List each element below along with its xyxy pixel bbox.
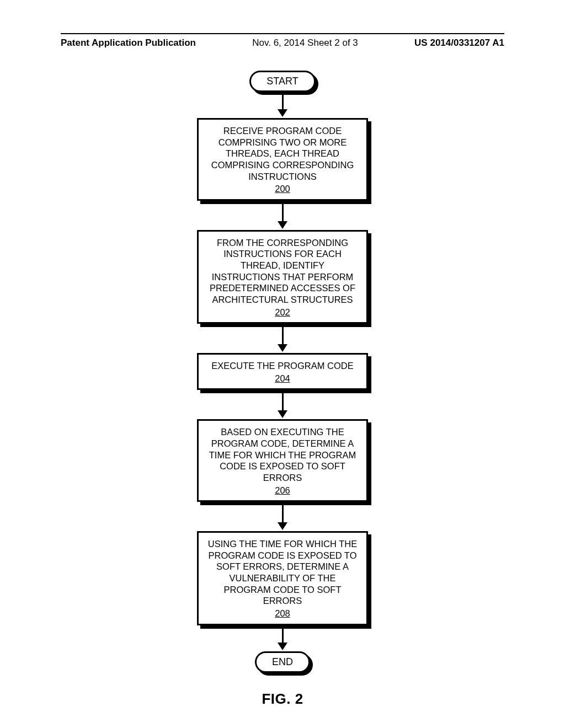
arrow-icon bbox=[278, 503, 287, 530]
header-row: Patent Application Publication Nov. 6, 2… bbox=[61, 38, 504, 49]
arrow-stem bbox=[282, 93, 284, 110]
arrow-head-icon bbox=[278, 522, 287, 530]
arrow-head-icon bbox=[278, 221, 287, 229]
arrow-icon bbox=[278, 391, 287, 418]
step-text: USING THE TIME FOR WHICH THE PROGRAM COD… bbox=[208, 539, 357, 606]
start-terminal: START bbox=[249, 71, 315, 92]
arrow-icon bbox=[278, 627, 287, 650]
step-ref: 206 bbox=[206, 485, 359, 496]
arrow-icon bbox=[278, 93, 287, 117]
arrow-head-icon bbox=[278, 410, 287, 418]
step-text: FROM THE CORRESPONDING INSTRUCTIONS FOR … bbox=[210, 238, 355, 304]
end-label: END bbox=[255, 651, 310, 673]
arrow-head-icon bbox=[278, 643, 287, 650]
arrow-stem bbox=[282, 325, 284, 345]
arrow-icon bbox=[278, 202, 287, 229]
figure-label: FIG. 2 bbox=[61, 690, 504, 708]
flowchart: START RECEIVE PROGRAM CODE COMPRISING TW… bbox=[61, 71, 504, 673]
step-text: EXECUTE THE PROGRAM CODE bbox=[211, 361, 353, 371]
header-rule bbox=[61, 33, 504, 34]
arrow-icon bbox=[278, 325, 287, 352]
step-box: BASED ON EXECUTING THE PROGRAM CODE, DET… bbox=[197, 419, 368, 502]
step-box: EXECUTE THE PROGRAM CODE 204 bbox=[197, 353, 368, 390]
step-text: BASED ON EXECUTING THE PROGRAM CODE, DET… bbox=[209, 427, 356, 483]
end-terminal: END bbox=[255, 651, 310, 673]
header-mid: Nov. 6, 2014 Sheet 2 of 3 bbox=[252, 38, 358, 49]
step-box: USING THE TIME FOR WHICH THE PROGRAM COD… bbox=[197, 531, 368, 625]
header-left: Patent Application Publication bbox=[61, 38, 196, 49]
page: Patent Application Publication Nov. 6, 2… bbox=[0, 0, 565, 728]
step-208: USING THE TIME FOR WHICH THE PROGRAM COD… bbox=[197, 531, 368, 625]
arrow-stem bbox=[282, 627, 284, 643]
step-text: RECEIVE PROGRAM CODE COMPRISING TWO OR M… bbox=[211, 126, 354, 181]
header-right: US 2014/0331207 A1 bbox=[414, 38, 504, 49]
step-box: RECEIVE PROGRAM CODE COMPRISING TWO OR M… bbox=[197, 118, 368, 201]
step-206: BASED ON EXECUTING THE PROGRAM CODE, DET… bbox=[197, 419, 368, 502]
arrow-stem bbox=[282, 391, 284, 411]
step-ref: 200 bbox=[206, 183, 359, 195]
arrow-stem bbox=[282, 503, 284, 523]
step-box: FROM THE CORRESPONDING INSTRUCTIONS FOR … bbox=[197, 230, 368, 324]
arrow-head-icon bbox=[278, 109, 287, 117]
step-ref: 202 bbox=[206, 307, 359, 318]
arrow-head-icon bbox=[278, 344, 287, 352]
step-ref: 208 bbox=[206, 608, 359, 619]
step-202: FROM THE CORRESPONDING INSTRUCTIONS FOR … bbox=[197, 230, 368, 324]
step-204: EXECUTE THE PROGRAM CODE 204 bbox=[197, 353, 368, 390]
step-200: RECEIVE PROGRAM CODE COMPRISING TWO OR M… bbox=[197, 118, 368, 201]
step-ref: 204 bbox=[206, 373, 359, 384]
arrow-stem bbox=[282, 202, 284, 222]
start-label: START bbox=[249, 71, 315, 92]
